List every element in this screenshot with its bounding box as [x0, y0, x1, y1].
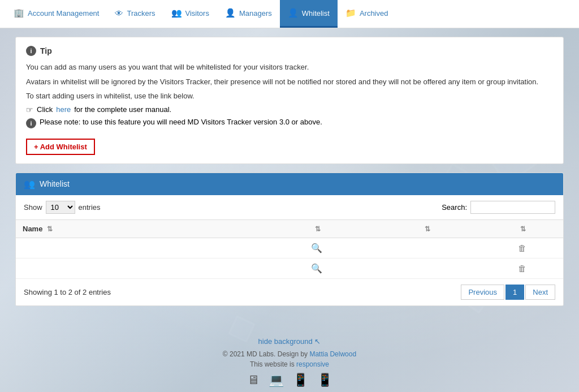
sort-name-icon: ⇅ [47, 225, 53, 233]
tip-line2: Avatars in whitelist will be ignored by … [26, 76, 553, 88]
account-management-icon: 🏢 [14, 8, 24, 18]
row2-name [16, 258, 262, 278]
nav-visitors-label: Visitors [185, 9, 209, 18]
hide-background-link[interactable]: hide background ↖ [6, 337, 573, 346]
nav-archived-label: Archived [360, 9, 388, 18]
footer-responsive: This website is responsive [6, 360, 573, 368]
row1-view-icon[interactable]: 🔍 [311, 243, 322, 253]
nav-whitelist-label: Whitelist [302, 9, 330, 18]
col3[interactable]: ⇅ [371, 219, 481, 238]
table-controls: Show 10 25 50 100 entries Search: [16, 195, 563, 219]
col2[interactable]: ⇅ [262, 219, 372, 238]
main-content: i Tip You can add as many users as you w… [7, 28, 572, 315]
whitelist-table: Name ⇅ ⇅ ⇅ ⇅ [16, 219, 563, 279]
nav-managers[interactable]: 👤 Managers [217, 0, 280, 28]
tip-manual-link[interactable]: here [56, 105, 71, 114]
row2-view-icon[interactable]: 🔍 [311, 264, 322, 273]
table-body: 🔍 🗑 🔍 🗑 [16, 238, 563, 278]
table-header-row: Name ⇅ ⇅ ⇅ ⇅ [16, 219, 563, 238]
row1-delete-icon[interactable]: 🗑 [518, 243, 526, 253]
info-icon: i [26, 46, 36, 56]
nav-trackers[interactable]: 👁 Trackers [107, 0, 163, 28]
row1-col4: 🗑 [481, 238, 563, 258]
tip-box: i Tip You can add as many users as you w… [15, 37, 564, 164]
entries-label: entries [79, 203, 101, 212]
desktop-icon: 🖥 [247, 373, 260, 387]
entries-info: Showing 1 to 2 of 2 entries [24, 288, 111, 296]
archived-icon: 📁 [345, 8, 356, 18]
sort-col2-icon: ⇅ [315, 225, 321, 233]
tip-line1: You can add as many users as you want th… [26, 62, 553, 73]
search-input[interactable] [470, 201, 555, 214]
row1-col2: 🔍 [262, 238, 372, 258]
tip-header: i Tip [26, 46, 553, 56]
whitelist-user-icon: 👥 [24, 179, 35, 189]
responsive-prefix: This website is [250, 360, 295, 368]
nav-visitors[interactable]: 👥 Visitors [163, 0, 217, 28]
table-head: Name ⇅ ⇅ ⇅ ⇅ [16, 219, 563, 238]
show-entries-control: Show 10 25 50 100 entries [24, 201, 101, 214]
row2-col2: 🔍 [262, 258, 372, 278]
tip-line4-prefix: Click [37, 105, 53, 114]
nav-account-management[interactable]: 🏢 Account Management [6, 0, 107, 28]
tip-row-manual: ☞ Click here for the complete user manua… [26, 105, 553, 114]
whitelist-panel-header: 👥 Whitelist [16, 173, 563, 195]
col-name[interactable]: Name ⇅ [16, 219, 262, 238]
device-icons: 🖥 💻 📱 📱 [6, 373, 573, 387]
visitors-icon: 👥 [171, 8, 182, 18]
entries-select[interactable]: 10 25 50 100 [46, 201, 75, 214]
whitelist-header-label: Whitelist [40, 179, 70, 188]
page-1-button[interactable]: 1 [505, 285, 524, 300]
search-box: Search: [442, 201, 555, 214]
footer-copyright: © 2021 MD Labs. Design by Mattia Delwood [6, 350, 573, 358]
col4[interactable]: ⇅ [481, 219, 563, 238]
navbar: 🏢 Account Management 👁 Trackers 👥 Visito… [0, 0, 579, 28]
nav-managers-label: Managers [239, 9, 272, 18]
hand-icon: ☞ [26, 105, 33, 114]
nav-trackers-label: Trackers [127, 9, 155, 18]
laptop-icon: 💻 [269, 373, 284, 387]
responsive-link[interactable]: responsive [296, 360, 329, 368]
search-label: Search: [442, 203, 467, 212]
whitelist-icon: 👤 [288, 8, 299, 18]
whitelist-panel: 👥 Whitelist Show 10 25 50 100 entries Se… [15, 173, 564, 306]
row2-col4: 🗑 [481, 258, 563, 278]
tip-line3: To start adding users in whitelist, use … [26, 91, 553, 102]
sort-col4-icon: ⇅ [520, 225, 526, 233]
managers-icon: 👤 [225, 8, 236, 18]
row2-delete-icon[interactable]: 🗑 [518, 264, 526, 273]
site-footer: hide background ↖ © 2021 MD Labs. Design… [0, 331, 579, 393]
copyright-text: © 2021 MD Labs. Design by [223, 350, 308, 358]
next-button[interactable]: Next [525, 285, 555, 300]
col-name-label: Name [23, 225, 42, 233]
designer-link[interactable]: Mattia Delwood [309, 350, 356, 358]
row1-col3 [371, 238, 481, 258]
sort-col3-icon: ⇅ [425, 225, 430, 233]
tip-row-note: i Please note: to use this feature you w… [26, 118, 553, 128]
tablet-icon: 📱 [293, 373, 308, 387]
table-footer: Showing 1 to 2 of 2 entries Previous 1 N… [16, 279, 563, 305]
table-row: 🔍 🗑 [16, 258, 563, 278]
previous-button[interactable]: Previous [461, 285, 504, 300]
hide-bg-text: hide background [258, 337, 313, 346]
nav-archived[interactable]: 📁 Archived [338, 0, 396, 28]
row1-name [16, 238, 262, 258]
add-whitelist-button[interactable]: + Add Whitelist [26, 139, 95, 155]
row2-col3 [371, 258, 481, 278]
tip-line4-suffix: for the complete user manual. [74, 105, 171, 114]
pagination: Previous 1 Next [461, 285, 555, 300]
nav-whitelist[interactable]: 👤 Whitelist [280, 0, 338, 28]
nav-account-management-label: Account Management [28, 9, 99, 18]
trackers-icon: 👁 [115, 8, 123, 18]
show-label: Show [24, 203, 42, 212]
info-icon-note: i [26, 118, 36, 128]
tip-title: Tip [40, 46, 52, 55]
table-row: 🔍 🗑 [16, 238, 563, 258]
tip-line5: Please note: to use this feature you wil… [40, 118, 322, 126]
mobile-icon: 📱 [317, 373, 332, 387]
